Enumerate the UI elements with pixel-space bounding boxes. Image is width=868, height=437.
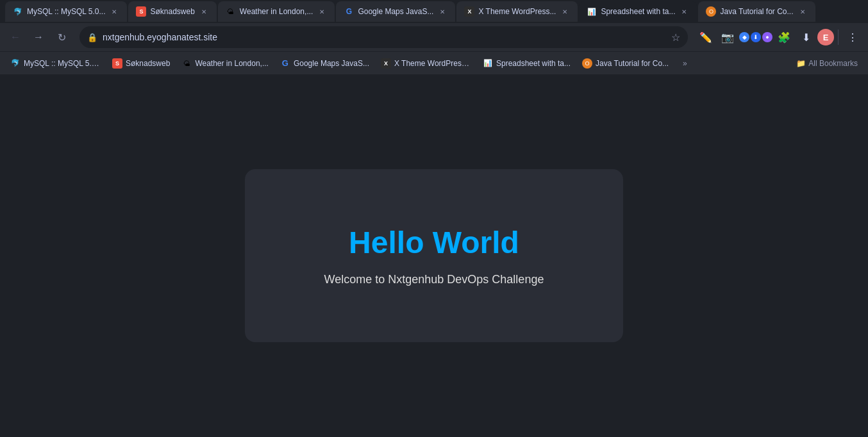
tab-mysql[interactable]: 🐬 MySQL :: MySQL 5.0... ✕: [5, 1, 127, 22]
bookmarks-bar: 🐬 MySQL :: MySQL 5.0... S Søknadsweb 🌤 W…: [0, 51, 868, 74]
bookmark-favicon-weather: 🌤: [181, 58, 192, 69]
bookmark-label-java: Java Tutorial for Co...: [596, 59, 669, 68]
tab-java[interactable]: O Java Tutorial for Co... ✕: [698, 1, 815, 22]
tab-close-mysql[interactable]: ✕: [109, 6, 119, 17]
bookmark-favicon-soknadsweb: S: [112, 58, 122, 69]
tab-favicon-spreadsheet: 📊: [587, 6, 597, 17]
tab-favicon-soknadsweb: S: [136, 6, 146, 17]
bookmark-label-mysql: MySQL :: MySQL 5.0...: [24, 59, 101, 68]
bookmark-java[interactable]: O Java Tutorial for Co...: [577, 56, 674, 71]
bookmark-soknadsweb[interactable]: S Søknadsweb: [107, 56, 175, 71]
extension-download-icon[interactable]: ⬇: [751, 32, 761, 42]
tab-bar: 🐬 MySQL :: MySQL 5.0... ✕ S Søknadsweb ✕…: [0, 0, 868, 23]
bookmark-favicon-xtheme: X: [381, 58, 391, 69]
all-bookmarks-button[interactable]: 📁 All Bookmarks: [791, 56, 863, 70]
extensions-button[interactable]: 🧩: [774, 27, 794, 47]
tab-soknadsweb[interactable]: S Søknadsweb ✕: [128, 1, 216, 22]
tab-close-weather[interactable]: ✕: [317, 6, 327, 17]
tab-title-java: Java Tutorial for Co...: [720, 7, 793, 16]
tab-title-xtheme: X Theme WordPress...: [478, 7, 556, 16]
bookmark-favicon-mysql: 🐬: [10, 58, 21, 69]
tab-close-xtheme[interactable]: ✕: [560, 6, 570, 17]
bookmarks-folder-icon: 📁: [796, 59, 806, 68]
download-button[interactable]: ⬇: [796, 27, 816, 47]
bookmarks-more-label: »: [683, 59, 687, 68]
page-content: Hello World Welcome to Nxtgenhub DevOps …: [0, 74, 868, 437]
toolbar-icons: ✏️ 📷 ◆ ⬇ ● 🧩 ⬇ E ⋮: [696, 27, 863, 47]
tab-close-java[interactable]: ✕: [797, 6, 808, 17]
tab-close-googlemaps[interactable]: ✕: [437, 6, 447, 17]
tab-close-spreadsheet[interactable]: ✕: [679, 6, 689, 17]
profile-button[interactable]: E: [817, 29, 834, 45]
hello-card: Hello World Welcome to Nxtgenhub DevOps …: [245, 169, 623, 342]
bookmark-xtheme[interactable]: X X Theme WordPress...: [376, 56, 476, 71]
edit-button[interactable]: ✏️: [696, 27, 716, 47]
bookmark-favicon-java: O: [582, 58, 592, 69]
back-button[interactable]: ←: [5, 27, 26, 47]
all-bookmarks-label: All Bookmarks: [808, 59, 858, 68]
tab-xtheme[interactable]: X X Theme WordPress... ✕: [456, 1, 578, 22]
page-title: Hello World: [349, 225, 519, 260]
lock-icon: 🔒: [87, 33, 97, 42]
tab-favicon-weather: 🌤: [226, 6, 236, 17]
tab-favicon-xtheme: X: [464, 6, 474, 17]
bookmark-label-weather: Weather in London,...: [195, 59, 269, 68]
bookmarks-more-button[interactable]: »: [678, 56, 692, 70]
forward-button[interactable]: →: [28, 27, 49, 47]
bookmark-spreadsheet[interactable]: 📊 Spreadsheet with ta...: [478, 56, 576, 71]
bookmark-label-xtheme: X Theme WordPress...: [394, 59, 471, 68]
tab-favicon-googlemaps: G: [344, 6, 354, 17]
tab-title-soknadsweb: Søknadsweb: [150, 7, 194, 16]
address-bar-container[interactable]: 🔒 ☆: [79, 26, 688, 48]
tab-title-spreadsheet: Spreadsheet with ta...: [601, 7, 675, 16]
bookmark-label-soknadsweb: Søknadsweb: [126, 59, 170, 68]
tab-title-weather: Weather in London,...: [240, 7, 313, 16]
bookmark-favicon-googlemaps: G: [280, 58, 290, 69]
tab-title-googlemaps: Google Maps JavaS...: [358, 7, 433, 16]
screenshot-button[interactable]: 📷: [717, 27, 738, 47]
tab-weather[interactable]: 🌤 Weather in London,... ✕: [218, 1, 335, 22]
bookmark-favicon-spreadsheet: 📊: [483, 58, 493, 69]
tab-favicon-java: O: [706, 6, 716, 17]
tab-favicon-mysql: 🐬: [13, 6, 23, 17]
reload-button[interactable]: ↻: [51, 27, 72, 47]
extension-purple-icon[interactable]: ●: [762, 32, 772, 42]
address-input[interactable]: [103, 32, 666, 42]
bookmark-mysql[interactable]: 🐬 MySQL :: MySQL 5.0...: [5, 56, 106, 71]
extension-blue-icon[interactable]: ◆: [739, 32, 749, 42]
tab-googlemaps[interactable]: G Google Maps JavaS... ✕: [336, 1, 455, 22]
bookmark-label-googlemaps: Google Maps JavaS...: [294, 59, 369, 68]
toolbar: ← → ↻ 🔒 ☆ ✏️ 📷 ◆ ⬇ ● 🧩 ⬇ E ⋮: [0, 23, 868, 51]
bookmark-label-spreadsheet: Spreadsheet with ta...: [496, 59, 571, 68]
tab-close-soknadsweb[interactable]: ✕: [199, 6, 209, 17]
bookmark-star-icon[interactable]: ☆: [671, 31, 680, 44]
page-subtitle: Welcome to Nxtgenhub DevOps Challenge: [324, 273, 544, 286]
menu-button[interactable]: ⋮: [842, 27, 863, 47]
tab-spreadsheet[interactable]: 📊 Spreadsheet with ta... ✕: [579, 1, 697, 22]
bookmark-googlemaps[interactable]: G Google Maps JavaS...: [275, 56, 374, 71]
toolbar-divider: [838, 29, 839, 45]
bookmark-weather[interactable]: 🌤 Weather in London,...: [176, 56, 274, 71]
tab-title-mysql: MySQL :: MySQL 5.0...: [27, 7, 105, 16]
browser-chrome: 🐬 MySQL :: MySQL 5.0... ✕ S Søknadsweb ✕…: [0, 0, 868, 74]
